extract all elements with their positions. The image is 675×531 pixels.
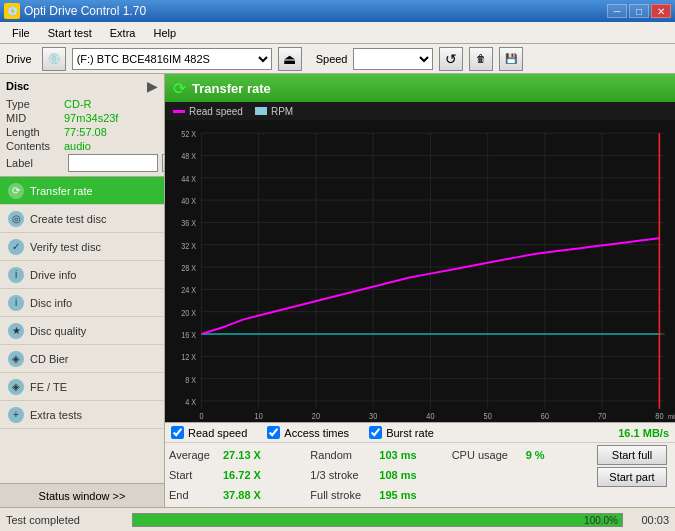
menu-extra[interactable]: Extra xyxy=(102,25,144,41)
stat-fullstroke-label: Full stroke xyxy=(310,489,375,501)
minimize-button[interactable]: ─ xyxy=(607,4,627,18)
svg-text:20: 20 xyxy=(312,411,320,422)
speed-select[interactable] xyxy=(353,48,433,70)
svg-text:30: 30 xyxy=(369,411,377,422)
disc-type-value: CD-R xyxy=(64,98,92,110)
stat-start-value: 16.72 X xyxy=(223,469,273,481)
status-window-button[interactable]: Status window >> xyxy=(0,483,164,507)
start-full-button[interactable]: Start full xyxy=(597,445,667,465)
stat-end-row: End 37.88 X xyxy=(169,485,310,505)
svg-text:12 X: 12 X xyxy=(181,351,196,362)
erase-button[interactable]: 🗑 xyxy=(469,47,493,71)
disc-label-label: Label xyxy=(6,157,64,169)
disc-contents-row: Contents audio xyxy=(6,140,158,152)
disc-quality-icon: ★ xyxy=(8,323,24,339)
read-speed-checkbox[interactable]: Read speed xyxy=(171,426,247,439)
stat-fullstroke-value: 195 ms xyxy=(379,489,419,501)
access-times-checkbox[interactable]: Access times xyxy=(267,426,349,439)
cd-bier-icon: ◈ xyxy=(8,351,24,367)
svg-text:8 X: 8 X xyxy=(185,374,196,385)
refresh-button[interactable]: ↺ xyxy=(439,47,463,71)
drive-label: Drive xyxy=(6,53,32,65)
menu-help[interactable]: Help xyxy=(145,25,184,41)
nav-verify-test-disc[interactable]: ✓ Verify test disc xyxy=(0,233,164,261)
svg-text:44 X: 44 X xyxy=(181,173,196,184)
menu-file[interactable]: File xyxy=(4,25,38,41)
chart-svg: 52 X 48 X 44 X 40 X 36 X 32 X 28 X 24 X … xyxy=(165,120,675,422)
main-layout: Disc ▶ Type CD-R MID 97m34s23f Length 77… xyxy=(0,74,675,507)
svg-text:36 X: 36 X xyxy=(181,217,196,228)
start-buttons: Start full Start part xyxy=(593,445,671,505)
progress-bar-container: 100.0% xyxy=(132,513,623,527)
stat-cpu-value: 9 % xyxy=(526,449,545,461)
time-display: 00:03 xyxy=(629,514,669,526)
nav-transfer-rate[interactable]: ⟳ Transfer rate xyxy=(0,177,164,205)
maximize-button[interactable]: □ xyxy=(629,4,649,18)
burst-rate-checkbox[interactable]: Burst rate xyxy=(369,426,434,439)
legend-rpm-label: RPM xyxy=(271,106,293,117)
burst-rate-value: 16.1 MB/s xyxy=(618,427,669,439)
disc-label-row: Label ⚙ xyxy=(6,154,158,172)
nav-cd-bier[interactable]: ◈ CD Bier xyxy=(0,345,164,373)
burst-rate-check[interactable] xyxy=(369,426,382,439)
nav-create-test-disc[interactable]: ◎ Create test disc xyxy=(0,205,164,233)
nav-disc-quality[interactable]: ★ Disc quality xyxy=(0,317,164,345)
nav-extra-tests[interactable]: + Extra tests xyxy=(0,401,164,429)
stat-average-value: 27.13 X xyxy=(223,449,273,461)
svg-text:70: 70 xyxy=(598,411,606,422)
nav-fe-te[interactable]: ◈ FE / TE xyxy=(0,373,164,401)
close-button[interactable]: ✕ xyxy=(651,4,671,18)
disc-mid-value: 97m34s23f xyxy=(64,112,118,124)
svg-text:40 X: 40 X xyxy=(181,195,196,206)
svg-rect-0 xyxy=(165,120,675,422)
status-bar: Test completed 100.0% 00:03 xyxy=(0,507,675,531)
stat-stroke13-value: 108 ms xyxy=(379,469,419,481)
nav-drive-info[interactable]: i Drive info xyxy=(0,261,164,289)
legend-read-speed: Read speed xyxy=(173,106,243,117)
menu-start-test[interactable]: Start test xyxy=(40,25,100,41)
svg-text:4 X: 4 X xyxy=(185,396,196,407)
disc-label-input[interactable] xyxy=(68,154,158,172)
access-times-check[interactable] xyxy=(267,426,280,439)
disc-contents-value: audio xyxy=(64,140,91,152)
nav-verify-test-disc-label: Verify test disc xyxy=(30,241,101,253)
drive-select[interactable]: (F:) BTC BCE4816IM 482S xyxy=(72,48,272,70)
svg-text:20 X: 20 X xyxy=(181,307,196,318)
nav-disc-quality-label: Disc quality xyxy=(30,325,86,337)
stat-start-label: Start xyxy=(169,469,219,481)
svg-text:24 X: 24 X xyxy=(181,284,196,295)
transfer-rate-icon: ⟳ xyxy=(8,183,24,199)
drive-row: Drive 💿 (F:) BTC BCE4816IM 482S ⏏ Speed … xyxy=(0,44,675,74)
stat-random-value: 103 ms xyxy=(379,449,419,461)
app-icon: 💿 xyxy=(4,3,20,19)
chart-title: Transfer rate xyxy=(192,81,271,96)
eject-button[interactable]: ⏏ xyxy=(278,47,302,71)
status-text: Test completed xyxy=(6,514,126,526)
stat-stroke13-row: 1/3 stroke 108 ms xyxy=(310,465,451,485)
svg-text:28 X: 28 X xyxy=(181,262,196,273)
extra-tests-icon: + xyxy=(8,407,24,423)
title-controls: ─ □ ✕ xyxy=(607,4,671,18)
disc-type-row: Type CD-R xyxy=(6,98,158,110)
start-part-button[interactable]: Start part xyxy=(597,467,667,487)
menu-bar: File Start test Extra Help xyxy=(0,22,675,44)
stat-random-label: Random xyxy=(310,449,375,461)
stats-area: Read speed Access times Burst rate 16.1 … xyxy=(165,422,675,507)
disc-arrow[interactable]: ▶ xyxy=(147,78,158,94)
stat-end-value: 37.88 X xyxy=(223,489,273,501)
stat-average-label: Average xyxy=(169,449,219,461)
progress-percent: 100.0% xyxy=(584,514,618,525)
stat-average-row: Average 27.13 X xyxy=(169,445,310,465)
stat-cpu-row: CPU usage 9 % xyxy=(452,445,593,465)
stats-left: Average 27.13 X Start 16.72 X End 37.88 … xyxy=(169,445,310,505)
stat-fullstroke-row: Full stroke 195 ms xyxy=(310,485,451,505)
legend-read-speed-color xyxy=(173,110,185,113)
nav-extra-tests-label: Extra tests xyxy=(30,409,82,421)
save-button[interactable]: 💾 xyxy=(499,47,523,71)
stats-middle: Random 103 ms 1/3 stroke 108 ms Full str… xyxy=(310,445,451,505)
title-bar: 💿 Opti Drive Control 1.70 ─ □ ✕ xyxy=(0,0,675,22)
fe-te-icon: ◈ xyxy=(8,379,24,395)
svg-text:52 X: 52 X xyxy=(181,128,196,139)
nav-disc-info[interactable]: i Disc info xyxy=(0,289,164,317)
read-speed-check[interactable] xyxy=(171,426,184,439)
